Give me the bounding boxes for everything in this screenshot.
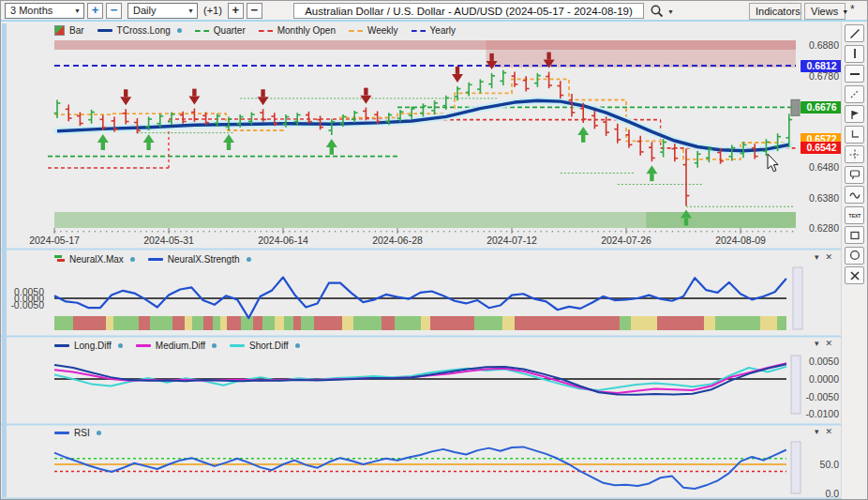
- crosshair-tool[interactable]: [845, 145, 864, 163]
- neural-index-segment: [220, 316, 227, 330]
- x-axis-minor-tick: [477, 231, 478, 232]
- x-axis-minor-tick: [632, 231, 633, 232]
- x-axis-minor-tick: [615, 231, 616, 232]
- panel-divider: [1, 498, 843, 500]
- x-axis-minor-tick: [718, 231, 719, 232]
- range-zoom-out-button[interactable]: −: [106, 3, 122, 19]
- close-panel-icon[interactable]: ✕: [826, 252, 833, 262]
- scale-handle[interactable]: [791, 99, 800, 115]
- diff-legend-item[interactable]: Long.Diff: [54, 341, 123, 351]
- x-axis-minor-tick: [460, 231, 461, 232]
- trendline-tool[interactable]: [845, 24, 864, 42]
- diff-y-label: -0.0100: [798, 408, 839, 419]
- chevron-down-icon[interactable]: ▼: [667, 8, 674, 15]
- line-icon: [97, 29, 112, 32]
- x-axis-minor-tick: [198, 231, 199, 232]
- flag-tool-icon: [848, 108, 861, 121]
- info-dot-icon[interactable]: [247, 257, 251, 262]
- x-axis-minor-tick: [471, 231, 472, 232]
- ray-tool[interactable]: [845, 85, 864, 103]
- buy-signal-arrow-stem: [650, 174, 653, 181]
- text-tool-icon: TEXT: [848, 208, 861, 221]
- info-dot-icon[interactable]: [130, 257, 135, 262]
- collapse-panel-icon[interactable]: ▾: [815, 339, 819, 348]
- close-panel-icon[interactable]: ✕: [826, 427, 833, 436]
- bar-plus-button[interactable]: +: [228, 3, 244, 19]
- rectangle-tool[interactable]: [845, 226, 864, 244]
- price-legend-item[interactable]: Yearly: [412, 25, 456, 36]
- x-axis-minor-tick: [775, 231, 776, 232]
- price-legend-item[interactable]: TCross.Long: [97, 25, 182, 36]
- x-axis-label: 2024-08-09: [701, 235, 780, 246]
- interval-select[interactable]: Daily ▼: [127, 3, 198, 19]
- close-panel-icon[interactable]: ✕: [826, 339, 833, 348]
- price-legend-item[interactable]: Bar: [54, 25, 84, 36]
- buy-signal-arrow: [646, 165, 657, 174]
- range-select[interactable]: 3 Months ▼: [5, 3, 84, 19]
- x-axis-minor-tick: [392, 231, 393, 232]
- x-axis-minor-tick: [403, 231, 404, 232]
- x-axis-minor-tick: [729, 231, 730, 232]
- info-dot-icon[interactable]: [118, 343, 123, 348]
- price-legend-item[interactable]: Monthly Open: [259, 25, 336, 36]
- views-menu-button[interactable]: Views ▼: [804, 3, 846, 20]
- info-dot-icon[interactable]: [97, 431, 101, 435]
- symbol-search[interactable]: ▼: [650, 4, 674, 19]
- search-icon[interactable]: [650, 4, 665, 19]
- sell-signal-arrow-stem: [192, 89, 196, 97]
- flag-tool[interactable]: [845, 105, 864, 123]
- panel-divider: [1, 249, 843, 250]
- collapse-panel-icon[interactable]: ▾: [815, 252, 819, 262]
- vertical-line-tool[interactable]: [845, 45, 864, 63]
- x-axis-minor-tick: [466, 231, 467, 232]
- x-axis-minor-tick: [643, 231, 644, 232]
- chart-canvas[interactable]: [1, 1, 868, 500]
- x-axis-minor-tick: [369, 231, 370, 232]
- x-axis-minor-tick: [381, 231, 382, 232]
- y-axis-label: 0.6380: [798, 192, 839, 204]
- ellipse-tool[interactable]: [845, 247, 864, 265]
- neural-index-segment: [185, 316, 192, 330]
- text-tool[interactable]: TEXT: [845, 206, 864, 224]
- x-axis-minor-tick: [186, 231, 187, 232]
- delete-tool[interactable]: [845, 266, 864, 284]
- x-axis-minor-tick: [209, 231, 210, 232]
- neural-index-segment: [227, 316, 241, 330]
- panel-scrollbar[interactable]: [793, 267, 802, 329]
- diff-legend-item[interactable]: Medium.Diff: [136, 341, 217, 351]
- neural-index-segment: [353, 316, 382, 330]
- y-axis-label: 0.6880: [798, 39, 839, 51]
- bar-minus-button[interactable]: −: [247, 3, 262, 19]
- horizontal-line-tool[interactable]: [845, 65, 864, 83]
- x-axis-minor-tick: [575, 231, 576, 232]
- info-dot-icon[interactable]: [212, 343, 217, 348]
- y-axis-label: 0.6280: [798, 222, 839, 234]
- collapse-panel-icon[interactable]: ▾: [815, 427, 819, 436]
- buy-signal-arrow-stem: [227, 143, 231, 150]
- range-zoom-in-button[interactable]: +: [87, 3, 103, 19]
- rsi-legend-item[interactable]: RSI: [54, 428, 101, 438]
- price-legend-item[interactable]: Quarter: [195, 25, 246, 36]
- x-axis-minor-tick: [409, 231, 410, 232]
- neural-legend-item[interactable]: NeuralX.Max: [54, 254, 135, 265]
- x-axis-label: 2024-07-26: [587, 235, 666, 246]
- diff-legend-item[interactable]: Short.Diff: [230, 341, 300, 351]
- neural-index-segment: [382, 316, 395, 330]
- price-legend-item[interactable]: Weekly: [349, 25, 398, 36]
- callout-tool[interactable]: [845, 166, 864, 184]
- dashed-line-icon: [412, 30, 426, 32]
- elbow-tool[interactable]: [845, 126, 864, 144]
- legend-label: NeuralX.Strength: [168, 254, 240, 265]
- neural-legend-item[interactable]: NeuralX.Strength: [148, 254, 251, 265]
- wave-tool[interactable]: [845, 186, 864, 204]
- neural-index-segment: [502, 316, 515, 330]
- neural-index-segment: [203, 316, 213, 330]
- info-dot-icon[interactable]: [295, 343, 300, 348]
- info-dot-icon[interactable]: [177, 28, 182, 33]
- x-axis-minor-tick: [621, 231, 621, 232]
- x-axis-minor-tick: [541, 231, 542, 232]
- x-axis-minor-tick: [443, 231, 444, 232]
- neural-index-segment: [395, 316, 421, 330]
- indicators-menu-button[interactable]: Indicators ▼: [749, 3, 801, 20]
- x-axis-minor-tick: [683, 231, 684, 232]
